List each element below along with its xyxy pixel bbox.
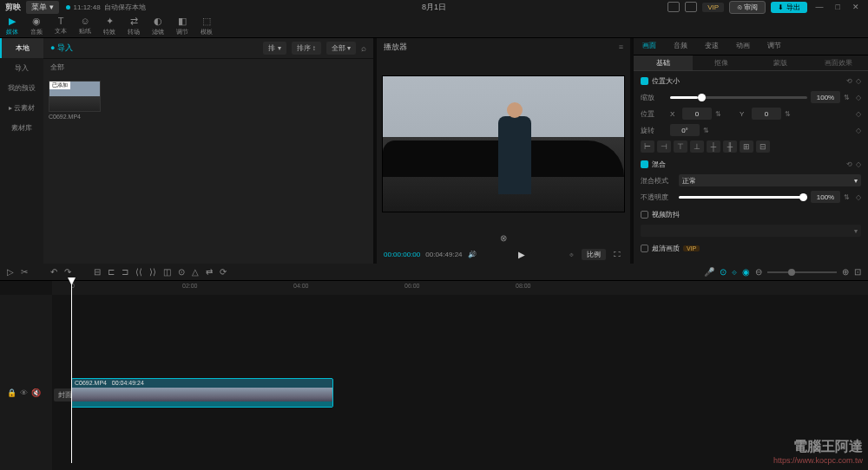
- sidebar-local[interactable]: 本地: [0, 38, 43, 58]
- zoom-fit-icon[interactable]: ⊡: [854, 267, 861, 277]
- reset-icon[interactable]: ⟲: [846, 77, 852, 85]
- align-hcenter[interactable]: ⊣: [657, 140, 671, 153]
- tab-transition[interactable]: ⇄转场: [122, 14, 146, 37]
- maximize-button[interactable]: □: [832, 3, 844, 11]
- tab-effect[interactable]: ✦特效: [97, 14, 122, 37]
- scale-slider[interactable]: [670, 96, 807, 99]
- insp-tab-speed[interactable]: 变速: [696, 38, 727, 55]
- insp-sub-cutout[interactable]: 抠像: [693, 55, 752, 71]
- tab-text[interactable]: T文本: [49, 14, 73, 37]
- sidebar-preset[interactable]: 我的预设: [0, 78, 43, 98]
- zoom-out-icon[interactable]: ⊖: [755, 267, 762, 277]
- align-vcenter[interactable]: ┼: [707, 140, 720, 153]
- delete-left-icon[interactable]: ⊏: [108, 267, 115, 277]
- export-button[interactable]: ⬇ 导出: [771, 2, 806, 13]
- delete-right-icon[interactable]: ⊐: [122, 267, 128, 277]
- align-bottom[interactable]: ╫: [723, 140, 737, 153]
- scale-icon[interactable]: ⟐: [567, 251, 576, 258]
- rot-value[interactable]: 0°: [670, 124, 700, 136]
- tab-sticker[interactable]: ☺贴纸: [73, 14, 97, 37]
- blend-reset-icon[interactable]: ⟲: [846, 160, 852, 168]
- align-dist-v[interactable]: ⊟: [756, 140, 770, 153]
- playhead[interactable]: [71, 281, 72, 463]
- media-clip[interactable]: 已添加 C0692.MP4: [49, 81, 101, 120]
- stabilize-select[interactable]: ▾: [641, 225, 861, 237]
- opacity-slider[interactable]: [679, 196, 807, 199]
- magnet-icon[interactable]: ⊙: [720, 267, 727, 277]
- vip-badge[interactable]: VIP: [702, 3, 724, 12]
- mirror-icon[interactable]: ⇄: [206, 267, 213, 277]
- sidebar-import[interactable]: 导入: [0, 58, 43, 78]
- position-checkbox[interactable]: [641, 77, 648, 85]
- zoom-slider[interactable]: [767, 271, 837, 273]
- cut-tool[interactable]: ✂: [21, 267, 28, 277]
- eye-icon[interactable]: 👁: [20, 388, 28, 397]
- mic-icon[interactable]: 🎤: [704, 267, 714, 277]
- project-title[interactable]: 8月1日: [422, 2, 446, 13]
- insp-tab-anim[interactable]: 动画: [727, 38, 759, 55]
- tab-template[interactable]: ⬚模板: [194, 14, 219, 37]
- close-button[interactable]: ✕: [849, 3, 863, 11]
- volume-icon[interactable]: 🔊: [468, 251, 477, 258]
- hdr-checkbox[interactable]: [641, 245, 648, 252]
- blendmode-select[interactable]: 正常▾: [679, 174, 861, 186]
- delete-marker-icon[interactable]: ⊗: [377, 232, 630, 245]
- zoom-in-icon[interactable]: ⊕: [842, 267, 849, 277]
- review-button[interactable]: ⊙ 审阅: [729, 1, 766, 14]
- rot-keyframe[interactable]: ◇: [856, 127, 861, 134]
- freeze-icon[interactable]: △: [192, 267, 199, 277]
- tab-audio[interactable]: ◉音频: [24, 14, 49, 37]
- lock-icon[interactable]: 🔒: [7, 388, 16, 397]
- tab-adjust[interactable]: ◧调节: [170, 14, 194, 37]
- mute-icon[interactable]: 🔇: [31, 388, 41, 397]
- align-top[interactable]: ⊥: [690, 140, 704, 153]
- link-icon[interactable]: ⟐: [732, 267, 737, 277]
- insp-sub-mask[interactable]: 蒙版: [751, 55, 810, 71]
- insp-sub-fx[interactable]: 画面效果: [810, 55, 869, 71]
- group-right-icon[interactable]: ⟩⟩: [149, 267, 156, 277]
- keyframe-icon[interactable]: ◇: [856, 77, 861, 85]
- preview-menu-icon[interactable]: ≡: [619, 42, 623, 51]
- timeline-ruler[interactable]: 0 02:00 04:00 06:00 08:00: [52, 281, 868, 295]
- menu-dropdown[interactable]: 菜单 ▾: [26, 1, 59, 14]
- split-icon[interactable]: ⊟: [94, 267, 101, 277]
- rotate-icon[interactable]: ⟳: [220, 267, 227, 277]
- pos-x[interactable]: 0: [682, 108, 712, 120]
- import-button[interactable]: ● 导入: [50, 42, 73, 54]
- view-mode[interactable]: 排 ▾: [263, 42, 286, 55]
- sidebar-library[interactable]: 素材库: [0, 118, 43, 138]
- ratio-button[interactable]: 比例: [582, 249, 606, 260]
- insp-sub-basic[interactable]: 基础: [634, 55, 693, 71]
- redo-icon[interactable]: ↷: [64, 267, 71, 277]
- pos-y[interactable]: 0: [752, 108, 781, 120]
- stabilize-checkbox[interactable]: [641, 211, 648, 219]
- minimize-button[interactable]: —: [812, 3, 827, 11]
- search-icon[interactable]: ⌕: [361, 43, 366, 53]
- align-dist-h[interactable]: ⊞: [740, 140, 753, 153]
- insp-tab-adjust[interactable]: 调节: [759, 38, 790, 55]
- align-right[interactable]: ⊤: [674, 140, 687, 153]
- fullscreen-icon[interactable]: ⛶: [611, 251, 623, 258]
- insp-tab-picture[interactable]: 画面: [634, 38, 665, 55]
- insp-tab-audio[interactable]: 音频: [665, 38, 696, 55]
- filter-button[interactable]: 全部 ▾: [326, 42, 356, 55]
- scale-keyframe[interactable]: ◇: [856, 94, 861, 101]
- sidebar-cloud[interactable]: ▸ 云素材: [0, 98, 43, 118]
- align-left[interactable]: ⊢: [641, 140, 654, 153]
- layout-icon-1[interactable]: [667, 2, 680, 12]
- undo-icon[interactable]: ↶: [50, 267, 57, 277]
- pos-keyframe[interactable]: ◇: [856, 110, 861, 118]
- sort-button[interactable]: 排序 ↕: [292, 42, 321, 55]
- play-button[interactable]: ▶: [482, 250, 562, 259]
- video-preview[interactable]: [382, 75, 625, 212]
- blend-checkbox[interactable]: [641, 160, 648, 168]
- select-tool[interactable]: ▷: [7, 267, 14, 277]
- tab-media[interactable]: ▶媒体: [0, 14, 24, 37]
- scale-stepper[interactable]: ⇅: [844, 94, 852, 101]
- zoom-icon[interactable]: ⊙: [178, 267, 185, 277]
- timeline-clip[interactable]: C0692.MP4 00:04:49:24: [71, 378, 333, 408]
- preview-toggle-icon[interactable]: ◉: [742, 267, 750, 277]
- layout-icon-2[interactable]: [685, 2, 697, 12]
- scale-value[interactable]: 100%: [811, 91, 840, 103]
- opacity-value[interactable]: 100%: [811, 191, 840, 203]
